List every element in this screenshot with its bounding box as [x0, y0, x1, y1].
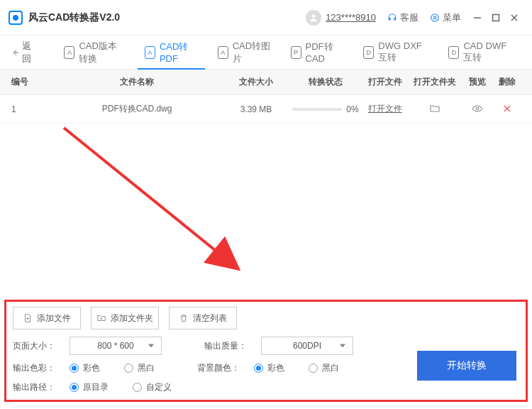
tab-label: CAD DWF互转: [463, 40, 514, 64]
avatar-icon: [306, 10, 321, 26]
bg-color-color-radio[interactable]: 彩色: [254, 362, 284, 374]
row-index: 1: [11, 104, 51, 114]
folder-icon: [428, 102, 441, 115]
row-filesize: 3.39 MB: [223, 104, 289, 114]
customer-service-label: 客服: [400, 11, 419, 24]
output-color-color-radio[interactable]: 彩色: [70, 362, 100, 374]
clear-list-button[interactable]: 清空列表: [169, 307, 237, 329]
maximize-button[interactable]: [487, 9, 505, 27]
radio-label: 黑白: [138, 362, 155, 374]
menu-label: 菜单: [443, 11, 461, 24]
svg-point-0: [312, 14, 316, 18]
output-color-label: 输出色彩：: [13, 362, 55, 374]
close-icon: [501, 102, 514, 115]
add-file-button[interactable]: 添加文件: [13, 307, 81, 329]
app-title: 风云CAD转换器V2.0: [28, 11, 120, 24]
menu-button[interactable]: 菜单: [430, 11, 461, 24]
tab-dwg-dxf[interactable]: DDWG DXF互转: [356, 36, 436, 69]
eye-icon: [471, 102, 484, 115]
user-area: 123****8910 客服 菜单: [306, 10, 468, 26]
row-open-folder[interactable]: [408, 102, 461, 116]
doc-icon: P: [291, 46, 301, 59]
page-size-select[interactable]: 800 * 600: [70, 337, 162, 355]
tab-cad-to-image[interactable]: ACAD转图片: [211, 36, 278, 69]
radio-label: 彩色: [267, 362, 284, 374]
output-path-label: 输出路径：: [13, 381, 55, 393]
doc-icon: A: [218, 46, 228, 59]
row-preview[interactable]: [461, 102, 494, 116]
annotation-arrow-icon: [57, 124, 255, 287]
output-quality-label: 输出质量：: [204, 340, 247, 352]
app-logo-icon: [9, 11, 23, 25]
content-area: [0, 124, 532, 297]
col-index: 编号: [11, 76, 51, 88]
close-button[interactable]: [505, 9, 523, 27]
radio-label: 原目录: [83, 381, 109, 393]
svg-line-4: [64, 128, 234, 266]
page-size-label: 页面大小：: [13, 340, 55, 352]
tab-label: CAD转PDF: [160, 40, 198, 64]
tab-label: PDF转CAD: [306, 40, 344, 64]
bg-color-label: 背景颜色：: [197, 362, 240, 374]
tab-label: CAD转图片: [233, 40, 271, 65]
output-path-source-radio[interactable]: 原目录: [70, 381, 109, 393]
tab-cad-version[interactable]: ACAD版本转换: [57, 36, 132, 69]
trash-icon: [179, 313, 189, 323]
output-quality-value: 600DPI: [293, 341, 321, 351]
app-window: 风云CAD转换器V2.0 123****8910 客服 菜单 返回 ACAD版本…: [0, 0, 532, 409]
col-filesize: 文件大小: [223, 76, 289, 88]
progress-text: 0%: [346, 104, 358, 114]
col-delete: 删除: [494, 76, 521, 88]
title-bar: 风云CAD转换器V2.0 123****8910 客服 菜单: [0, 0, 532, 36]
col-open-file: 打开文件: [362, 76, 408, 88]
headset-icon: [387, 13, 397, 23]
tab-cad-to-pdf[interactable]: ACAD转PDF: [138, 36, 205, 69]
username-link[interactable]: 123****8910: [326, 12, 376, 23]
svg-point-3: [477, 107, 479, 109]
doc-icon: D: [363, 46, 374, 59]
radio-label: 黑白: [322, 362, 339, 374]
back-button[interactable]: 返回: [11, 40, 37, 65]
file-button-row: 添加文件 添加文件夹 清空列表: [13, 307, 519, 329]
open-file-link[interactable]: 打开文件: [368, 104, 402, 114]
output-quality-select[interactable]: 600DPI: [261, 337, 353, 355]
table-row: 1 PDF转换CAD.dwg 3.39 MB 0% 打开文件: [0, 95, 532, 124]
add-file-label: 添加文件: [37, 312, 71, 325]
radio-label: 自定义: [146, 381, 172, 393]
row-delete[interactable]: [494, 102, 521, 116]
table-header: 编号 文件名称 文件大小 转换状态 打开文件 打开文件夹 预览 删除: [0, 70, 532, 95]
col-status: 转换状态: [289, 76, 362, 88]
add-folder-label: 添加文件夹: [111, 312, 153, 325]
progress-bar: [292, 108, 342, 111]
customer-service-button[interactable]: 客服: [387, 11, 419, 24]
bottom-panel: 添加文件 添加文件夹 清空列表 页面大小： 800 * 600 输出质量： 60…: [0, 297, 532, 409]
doc-icon: A: [64, 46, 74, 59]
svg-rect-2: [493, 14, 499, 21]
bg-color-bw-radio[interactable]: 黑白: [309, 362, 339, 374]
option-row-3: 输出路径： 原目录 自定义: [13, 381, 519, 393]
col-open-folder: 打开文件夹: [408, 76, 461, 88]
row-status: 0%: [289, 104, 362, 114]
tab-label: DWG DXF互转: [378, 40, 428, 64]
start-convert-label: 开始转换: [447, 359, 487, 372]
output-color-bw-radio[interactable]: 黑白: [124, 362, 155, 374]
menu-icon: [430, 13, 440, 23]
doc-icon: D: [448, 46, 459, 59]
clear-list-label: 清空列表: [193, 312, 227, 325]
tab-label: CAD版本转换: [79, 40, 125, 65]
radio-label: 彩色: [83, 362, 100, 374]
row-open-file[interactable]: 打开文件: [362, 103, 408, 115]
tab-bar: 返回 ACAD版本转换 ACAD转PDF ACAD转图片 PPDF转CAD DD…: [0, 36, 532, 70]
output-path-custom-radio[interactable]: 自定义: [133, 381, 172, 393]
add-folder-button[interactable]: 添加文件夹: [91, 307, 159, 329]
file-plus-icon: [23, 313, 33, 323]
tab-cad-dwf[interactable]: DCAD DWF互转: [441, 36, 521, 69]
col-preview: 预览: [461, 76, 494, 88]
col-filename: 文件名称: [51, 76, 223, 88]
page-size-value: 800 * 600: [97, 341, 133, 351]
arrow-left-icon: [11, 48, 19, 58]
start-convert-button[interactable]: 开始转换: [417, 351, 516, 381]
tab-pdf-to-cad[interactable]: PPDF转CAD: [284, 36, 351, 69]
minimize-button[interactable]: [468, 9, 487, 27]
row-filename: PDF转换CAD.dwg: [51, 103, 223, 115]
